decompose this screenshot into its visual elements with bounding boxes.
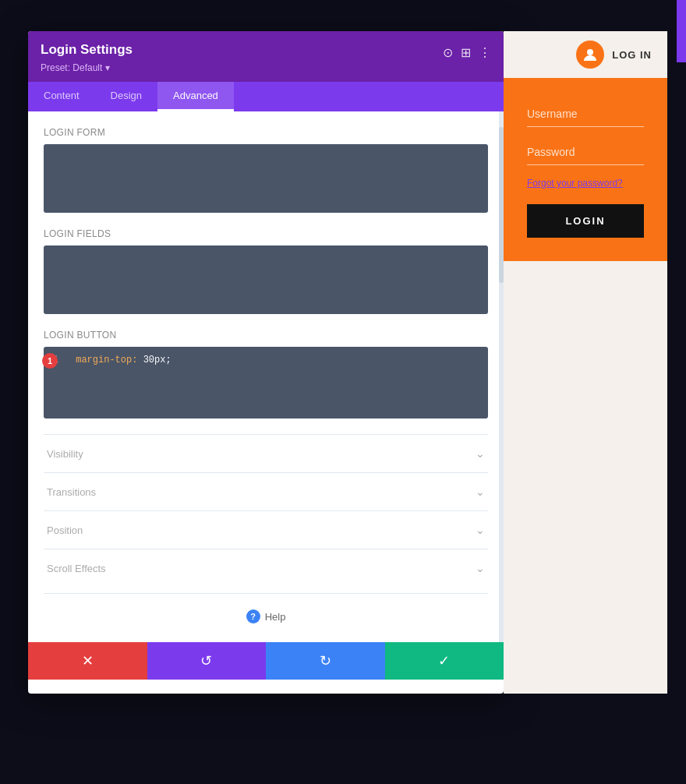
chevron-down-icon: ⌄ bbox=[476, 562, 485, 574]
save-button[interactable]: ✓ bbox=[385, 642, 504, 680]
accordion-position-title: Position bbox=[47, 524, 83, 536]
accordion-visibility: Visibility ⌄ bbox=[44, 434, 488, 472]
cancel-button[interactable]: ✕ bbox=[28, 642, 147, 680]
login-form-label: Login Form bbox=[44, 127, 488, 138]
main-container: Login Settings Preset: Default ▾ ⊙ ⊞ ⋮ C… bbox=[28, 31, 667, 694]
modal-header-left: Login Settings Preset: Default ▾ bbox=[41, 42, 133, 74]
login-form-editor[interactable] bbox=[44, 144, 488, 213]
accordion-transitions: Transitions ⌄ bbox=[44, 472, 488, 510]
chevron-down-icon: ⌄ bbox=[476, 486, 485, 498]
css-property: margin-top: bbox=[70, 355, 143, 366]
action-bar: ✕ ↺ ↻ ✓ bbox=[28, 642, 504, 680]
accordion-scroll-effects-header[interactable]: Scroll Effects ⌄ bbox=[44, 549, 488, 587]
login-button-section: Login Button 1 1 margin-top: 30px; bbox=[44, 330, 488, 418]
right-panel: LOG IN Forgot your password? LOGIN bbox=[504, 31, 667, 694]
accordion-position: Position ⌄ bbox=[44, 510, 488, 549]
login-button-editor[interactable]: 1 margin-top: 30px; bbox=[44, 347, 488, 418]
modal-tabs: Content Design Advanced bbox=[28, 82, 504, 111]
username-input[interactable] bbox=[527, 101, 644, 127]
accordion-transitions-title: Transitions bbox=[47, 486, 96, 498]
svg-point-0 bbox=[587, 49, 593, 55]
login-button-editor-wrapper: 1 1 margin-top: 30px; bbox=[44, 347, 488, 418]
modal-panel: Login Settings Preset: Default ▾ ⊙ ⊞ ⋮ C… bbox=[28, 31, 504, 694]
accordion-position-header[interactable]: Position ⌄ bbox=[44, 511, 488, 549]
more-icon[interactable]: ⋮ bbox=[479, 45, 491, 60]
chevron-down-icon: ⌄ bbox=[476, 524, 485, 536]
modal-body: Login Form Login Fields Login Button 1 bbox=[28, 111, 504, 642]
login-button-label: Login Button bbox=[44, 330, 488, 341]
help-section[interactable]: ? Help bbox=[44, 593, 488, 642]
forgot-password-link[interactable]: Forgot your password? bbox=[527, 178, 644, 189]
css-value: 30px; bbox=[143, 355, 172, 366]
login-fields-section: Login Fields bbox=[44, 228, 488, 314]
login-card: Forgot your password? LOGIN bbox=[504, 78, 667, 261]
avatar-icon bbox=[576, 41, 604, 69]
modal-body-scroll: Login Form Login Fields Login Button 1 bbox=[28, 111, 504, 642]
accent-bar bbox=[677, 0, 686, 62]
focus-icon[interactable]: ⊙ bbox=[443, 45, 453, 60]
tab-advanced[interactable]: Advanced bbox=[157, 82, 234, 111]
accordion-visibility-title: Visibility bbox=[47, 448, 83, 460]
accordion-visibility-header[interactable]: Visibility ⌄ bbox=[44, 435, 488, 472]
modal-header-right: ⊙ ⊞ ⋮ bbox=[443, 45, 491, 60]
login-submit-button[interactable]: LOGIN bbox=[527, 204, 644, 238]
tab-content[interactable]: Content bbox=[28, 82, 95, 111]
modal-title: Login Settings bbox=[41, 42, 133, 58]
undo-button[interactable]: ↺ bbox=[147, 642, 267, 680]
error-badge: 1 bbox=[42, 353, 58, 369]
login-fields-editor[interactable] bbox=[44, 245, 488, 314]
accordion-scroll-effects: Scroll Effects ⌄ bbox=[44, 549, 488, 587]
password-input[interactable] bbox=[527, 139, 644, 165]
redo-button[interactable]: ↻ bbox=[266, 642, 385, 680]
code-content: 1 margin-top: 30px; bbox=[44, 347, 488, 373]
chevron-down-icon: ⌄ bbox=[476, 447, 485, 460]
accordion-transitions-header[interactable]: Transitions ⌄ bbox=[44, 473, 488, 510]
tab-design[interactable]: Design bbox=[95, 82, 157, 111]
login-fields-label: Login Fields bbox=[44, 228, 488, 239]
login-form-section: Login Form bbox=[44, 127, 488, 213]
login-nav-text[interactable]: LOG IN bbox=[612, 49, 652, 61]
layout-icon[interactable]: ⊞ bbox=[461, 45, 471, 60]
help-label: Help bbox=[265, 611, 286, 623]
accordion-container: Visibility ⌄ Transitions ⌄ Position bbox=[44, 434, 488, 587]
help-icon: ? bbox=[246, 609, 260, 623]
login-header-bar: LOG IN bbox=[504, 31, 667, 78]
modal-header: Login Settings Preset: Default ▾ ⊙ ⊞ ⋮ bbox=[28, 31, 504, 82]
preset-selector[interactable]: Preset: Default ▾ bbox=[41, 62, 110, 73]
accordion-scroll-effects-title: Scroll Effects bbox=[47, 563, 106, 574]
